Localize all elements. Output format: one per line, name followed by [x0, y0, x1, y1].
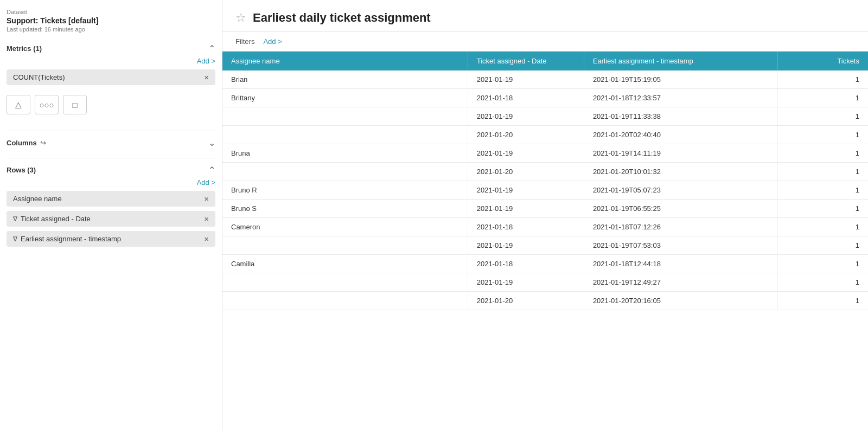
rows-pill-assignee-remove[interactable]: × — [204, 195, 209, 203]
cell-date: 2021-01-19 — [468, 273, 584, 292]
cell-tickets: 1 — [777, 144, 868, 163]
main-header: ☆ Earliest daily ticket assignment — [222, 0, 868, 32]
cell-timestamp: 2021-01-19T05:07:23 — [584, 181, 777, 200]
dataset-label: Dataset — [7, 9, 215, 15]
metrics-title: Metrics (1) — [7, 44, 42, 53]
table-row: Brian2021-01-192021-01-19T15:19:051 — [222, 70, 868, 89]
columns-title: Columns ↪ — [7, 139, 46, 147]
cell-assignee — [222, 273, 468, 292]
table-row: 2021-01-192021-01-19T07:53:031 — [222, 236, 868, 255]
dataset-name: Support: Tickets [default] — [7, 16, 215, 25]
cell-timestamp: 2021-01-20T20:16:05 — [584, 292, 777, 310]
cell-date: 2021-01-20 — [468, 163, 584, 181]
dataset-updated: Last updated: 16 minutes ago — [7, 26, 215, 33]
cell-tickets: 1 — [777, 255, 868, 273]
cell-tickets: 1 — [777, 236, 868, 255]
cell-timestamp: 2021-01-19T12:49:27 — [584, 273, 777, 292]
cell-date: 2021-01-19 — [468, 181, 584, 200]
cell-timestamp: 2021-01-19T11:33:38 — [584, 107, 777, 126]
cell-assignee — [222, 163, 468, 181]
cell-tickets: 1 — [777, 163, 868, 181]
cell-assignee: Bruno S — [222, 200, 468, 218]
metrics-add-button[interactable]: Add > — [7, 57, 215, 65]
cell-date: 2021-01-18 — [468, 89, 584, 107]
col-header-date: Ticket assigned - Date — [468, 52, 584, 70]
metrics-section-header: Metrics (1) ⌃ — [7, 43, 215, 54]
rows-add-button[interactable]: Add > — [7, 178, 215, 187]
table-row: Bruno S2021-01-192021-01-19T06:55:251 — [222, 200, 868, 218]
rows-pill-date: ∇Ticket assigned - Date × — [7, 211, 215, 227]
cell-timestamp: 2021-01-18T12:33:57 — [584, 89, 777, 107]
columns-toggle[interactable]: ⌄ — [208, 138, 215, 148]
cell-assignee: Cameron — [222, 218, 468, 236]
signal-icon-button[interactable]: ○○○ — [35, 95, 59, 114]
cell-timestamp: 2021-01-18T12:44:18 — [584, 255, 777, 273]
metrics-toggle[interactable]: ⌃ — [208, 43, 215, 54]
cell-assignee — [222, 292, 468, 310]
table-row: 2021-01-192021-01-19T12:49:271 — [222, 273, 868, 292]
filters-add-button[interactable]: Add > — [263, 37, 282, 46]
table-row: 2021-01-202021-01-20T02:40:401 — [222, 126, 868, 144]
rows-pill-date-remove[interactable]: × — [204, 215, 209, 223]
table-row: 2021-01-202021-01-20T10:01:321 — [222, 163, 868, 181]
table-row: Cameron2021-01-182021-01-18T07:12:261 — [222, 218, 868, 236]
rows-section-header: Rows (3) ⌃ — [7, 165, 215, 175]
sidebar: Dataset Support: Tickets [default] Last … — [0, 0, 222, 430]
filter-icon-timestamp: ∇ — [13, 235, 17, 243]
cell-date: 2021-01-18 — [468, 255, 584, 273]
star-icon[interactable]: ☆ — [235, 11, 246, 25]
cell-timestamp: 2021-01-19T14:11:19 — [584, 144, 777, 163]
cell-tickets: 1 — [777, 218, 868, 236]
cell-date: 2021-01-19 — [468, 107, 584, 126]
cell-assignee: Camilla — [222, 255, 468, 273]
cell-tickets: 1 — [777, 89, 868, 107]
filters-bar: Filters Add > — [222, 32, 868, 52]
cell-date: 2021-01-19 — [468, 70, 584, 89]
metrics-pill: COUNT(Tickets) × — [7, 69, 215, 85]
data-table: Assignee name Ticket assigned - Date Ear… — [222, 52, 868, 310]
cell-tickets: 1 — [777, 200, 868, 218]
cell-tickets: 1 — [777, 273, 868, 292]
cell-date: 2021-01-19 — [468, 200, 584, 218]
metrics-pill-remove[interactable]: × — [204, 73, 209, 81]
cell-assignee — [222, 236, 468, 255]
col-header-timestamp: Earliest assignment - timestamp — [584, 52, 777, 70]
cell-timestamp: 2021-01-19T07:53:03 — [584, 236, 777, 255]
rows-title: Rows (3) — [7, 166, 36, 174]
rows-toggle[interactable]: ⌃ — [208, 165, 215, 175]
cell-tickets: 1 — [777, 181, 868, 200]
cell-assignee — [222, 107, 468, 126]
page-title: Earliest daily ticket assignment — [253, 11, 431, 25]
table-row: Camilla2021-01-182021-01-18T12:44:181 — [222, 255, 868, 273]
cell-timestamp: 2021-01-18T07:12:26 — [584, 218, 777, 236]
drop-icon-button[interactable]: △ — [7, 95, 30, 114]
columns-section-header: Columns ↪ ⌄ — [7, 138, 215, 148]
rows-pill-timestamp-remove[interactable]: × — [204, 235, 209, 243]
cell-assignee — [222, 126, 468, 144]
cell-timestamp: 2021-01-20T02:40:40 — [584, 126, 777, 144]
chat-icon-button[interactable]: □ — [63, 95, 87, 114]
table-header-row: Assignee name Ticket assigned - Date Ear… — [222, 52, 868, 70]
chat-icon: □ — [72, 100, 77, 110]
table-row: 2021-01-192021-01-19T11:33:381 — [222, 107, 868, 126]
filters-label: Filters — [235, 37, 254, 46]
cell-timestamp: 2021-01-20T10:01:32 — [584, 163, 777, 181]
cell-assignee: Bruna — [222, 144, 468, 163]
cell-assignee: Bruno R — [222, 181, 468, 200]
cell-timestamp: 2021-01-19T15:19:05 — [584, 70, 777, 89]
cell-tickets: 1 — [777, 70, 868, 89]
cell-date: 2021-01-18 — [468, 218, 584, 236]
cell-date: 2021-01-20 — [468, 292, 584, 310]
table-row: Bruna2021-01-192021-01-19T14:11:191 — [222, 144, 868, 163]
table-body: Brian2021-01-192021-01-19T15:19:051Britt… — [222, 70, 868, 310]
col-header-assignee: Assignee name — [222, 52, 468, 70]
cell-date: 2021-01-19 — [468, 236, 584, 255]
cell-assignee: Brittany — [222, 89, 468, 107]
rows-pill-assignee: Assignee name × — [7, 191, 215, 207]
cell-tickets: 1 — [777, 126, 868, 144]
cell-assignee: Brian — [222, 70, 468, 89]
table-row: Brittany2021-01-182021-01-18T12:33:571 — [222, 89, 868, 107]
table-row: Bruno R2021-01-192021-01-19T05:07:231 — [222, 181, 868, 200]
columns-icon: ↪ — [40, 139, 46, 147]
col-header-tickets: Tickets — [777, 52, 868, 70]
